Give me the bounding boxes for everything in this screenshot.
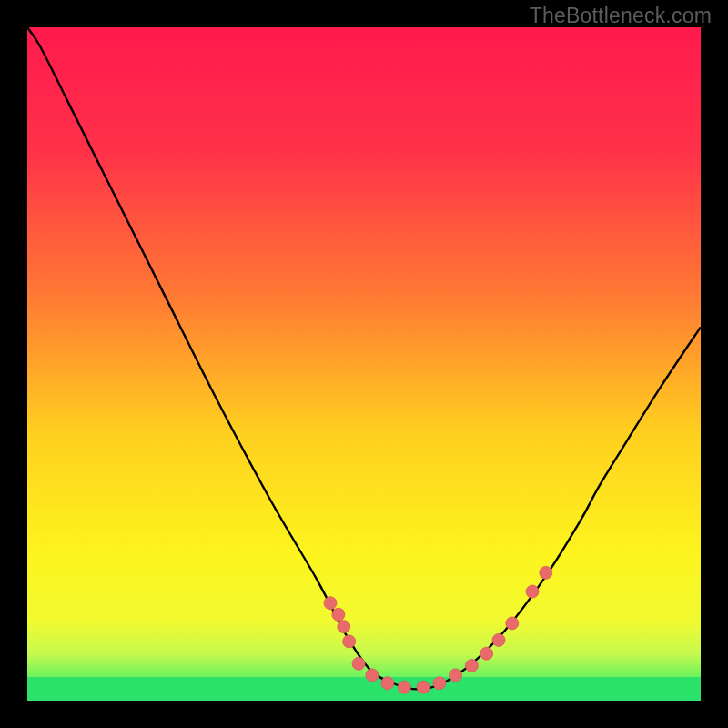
curve-marker bbox=[417, 681, 430, 693]
curve-marker bbox=[352, 657, 365, 670]
curve-marker bbox=[433, 677, 446, 690]
curve-marker bbox=[506, 617, 519, 630]
gradient-background bbox=[27, 27, 701, 701]
curve-marker bbox=[465, 660, 478, 672]
curve-marker bbox=[540, 566, 552, 579]
curve-marker bbox=[398, 681, 410, 693]
curve-marker bbox=[343, 635, 356, 648]
curve-marker bbox=[332, 608, 345, 621]
curve-marker bbox=[338, 621, 350, 633]
curve-marker bbox=[381, 677, 394, 690]
bottleneck-chart bbox=[0, 0, 728, 728]
curve-marker bbox=[366, 669, 379, 682]
green-zone-band bbox=[27, 677, 701, 701]
curve-marker bbox=[526, 585, 539, 598]
curve-marker bbox=[324, 597, 337, 610]
curve-marker bbox=[480, 647, 493, 660]
curve-marker bbox=[450, 669, 462, 682]
watermark-text: TheBottleneck.com bbox=[530, 4, 712, 28]
curve-marker bbox=[492, 633, 505, 646]
